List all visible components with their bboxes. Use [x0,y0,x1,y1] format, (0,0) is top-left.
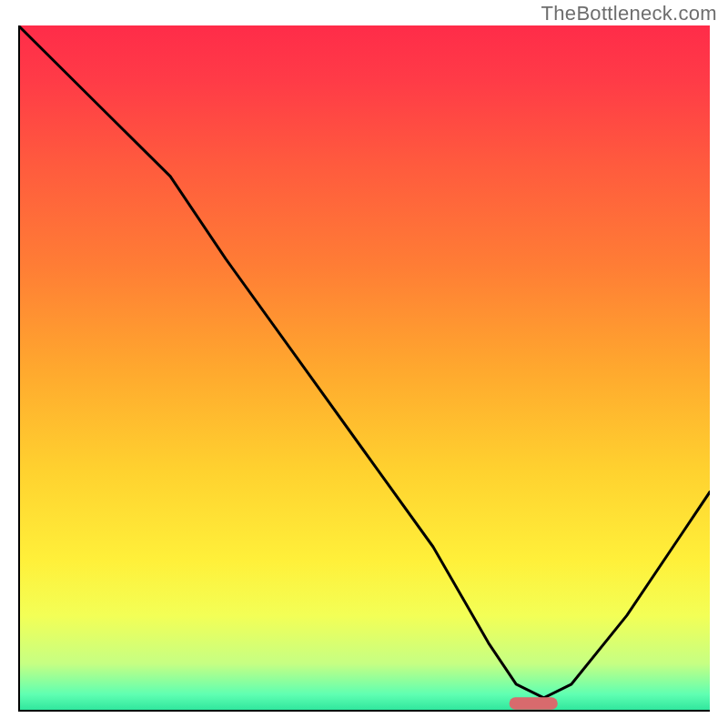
bottleneck-chart [18,25,710,712]
watermark-label: TheBottleneck.com [541,2,717,25]
optimal-point-marker [510,697,558,710]
chart-container: TheBottleneck.com [0,0,728,728]
plot-area [18,25,710,712]
